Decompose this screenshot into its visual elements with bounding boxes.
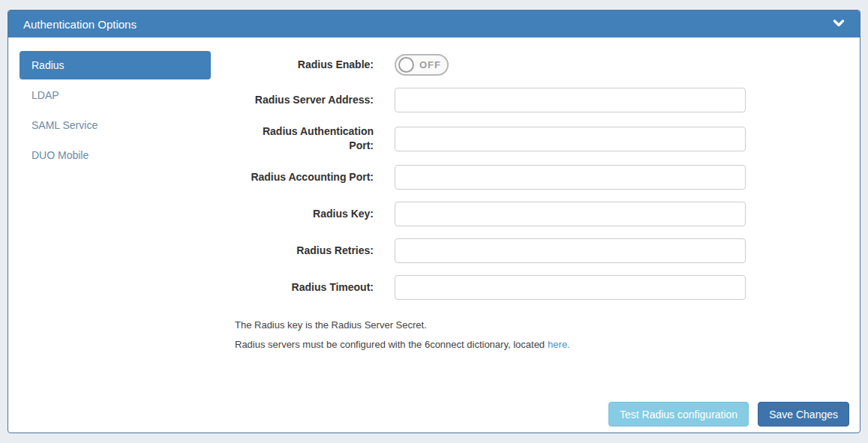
authentication-options-panel: Authentication Options Radius LDAP SAML … <box>8 10 860 433</box>
auth-method-sidebar: Radius LDAP SAML Service DUO Mobile <box>8 51 211 434</box>
radius-enable-label: Radius Enable: <box>245 58 374 72</box>
radius-key-input[interactable] <box>395 202 746 226</box>
radius-enable-row: Radius Enable: OFF <box>211 54 860 76</box>
radius-help-notes: The Radius key is the Radius Server Secr… <box>235 319 860 350</box>
chevron-down-icon <box>833 18 845 31</box>
radius-dictionary-note: Radius servers must be configured with t… <box>235 339 860 350</box>
radius-server-address-label: Radius Server Address: <box>245 93 374 107</box>
radius-settings-form: Radius Enable: OFF Radius Server Address… <box>211 51 860 434</box>
radius-timeout-input[interactable] <box>395 275 746 300</box>
sidebar-item-label: LDAP <box>32 89 59 101</box>
sidebar-item-saml-service[interactable]: SAML Service <box>20 111 211 139</box>
sidebar-item-radius[interactable]: Radius <box>20 51 211 79</box>
toggle-state-label: OFF <box>419 59 441 70</box>
radius-retries-label: Radius Retries: <box>245 244 374 258</box>
sidebar-item-label: DUO Mobile <box>32 149 89 161</box>
radius-server-address-row: Radius Server Address: <box>211 88 860 112</box>
radius-retries-row: Radius Retries: <box>211 238 860 263</box>
radius-accounting-port-row: Radius Accounting Port: <box>211 165 860 190</box>
dictionary-here-link[interactable]: here. <box>548 339 570 350</box>
test-radius-configuration-button[interactable]: Test Radius configuration <box>608 402 749 427</box>
toggle-knob-icon <box>398 57 414 73</box>
sidebar-item-ldap[interactable]: LDAP <box>20 81 211 109</box>
radius-server-address-input[interactable] <box>395 88 746 112</box>
collapse-panel-button[interactable] <box>831 16 846 32</box>
radius-accounting-port-input[interactable] <box>395 165 746 190</box>
sidebar-item-duo-mobile[interactable]: DUO Mobile <box>20 141 211 169</box>
radius-timeout-row: Radius Timeout: <box>211 275 860 300</box>
save-changes-button[interactable]: Save Changes <box>758 402 849 427</box>
radius-retries-input[interactable] <box>395 238 746 263</box>
radius-key-note: The Radius key is the Radius Server Secr… <box>235 319 860 331</box>
radius-timeout-label: Radius Timeout: <box>245 280 374 295</box>
radius-enable-toggle[interactable]: OFF <box>395 54 449 76</box>
sidebar-item-label: SAML Service <box>32 119 98 131</box>
panel-body: Radius LDAP SAML Service DUO Mobile Radi… <box>8 37 860 434</box>
radius-dictionary-note-text: Radius servers must be configured with t… <box>235 339 545 350</box>
radius-authentication-port-label: Radius Authentication Port: <box>245 124 374 153</box>
radius-key-label: Radius Key: <box>245 207 374 221</box>
footer-actions: Test Radius configuration Save Changes <box>608 402 849 427</box>
radius-accounting-port-label: Radius Accounting Port: <box>245 170 374 184</box>
panel-title: Authentication Options <box>23 18 137 31</box>
panel-header: Authentication Options <box>8 10 860 37</box>
radius-authentication-port-input[interactable] <box>395 127 746 151</box>
sidebar-item-label: Radius <box>32 59 65 71</box>
radius-key-row: Radius Key: <box>211 202 860 226</box>
radius-authentication-port-row: Radius Authentication Port: <box>211 124 860 153</box>
